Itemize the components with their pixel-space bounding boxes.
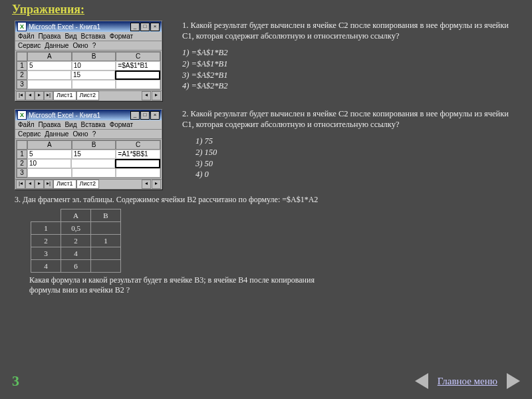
main-menu-link[interactable]: Главное меню (438, 376, 497, 387)
menu-insert[interactable]: Вставка (80, 33, 105, 40)
cell[interactable]: 5 (27, 150, 72, 159)
sheet-tab[interactable]: Лист1 (53, 91, 76, 100)
titlebar: X Microsoft Excel - Книга1 _ □ × (15, 110, 162, 120)
menu-tools[interactable]: Сервис (18, 42, 41, 49)
scroll-right-icon[interactable]: ▸ (152, 91, 161, 100)
menu-format[interactable]: Формат (110, 121, 134, 128)
menu-window[interactable]: Окно (72, 42, 88, 49)
cell-selected[interactable] (115, 159, 160, 168)
answer-option: 3) =$A$2*B1 (182, 70, 509, 81)
row-header[interactable]: 2 (17, 159, 27, 168)
cell[interactable] (27, 70, 71, 80)
menu-help[interactable]: ? (92, 42, 96, 49)
cell[interactable]: 15 (71, 70, 115, 80)
window-title: Microsoft Excel - Книга1 (29, 23, 100, 31)
row-header[interactable]: 2 (17, 70, 27, 80)
scroll-right-icon[interactable]: ▸ (152, 180, 161, 189)
tab-nav-first-icon[interactable]: |◂ (16, 91, 25, 100)
menu-file[interactable]: Файл (18, 33, 35, 40)
col-header[interactable]: B (72, 52, 116, 61)
close-button[interactable]: × (150, 23, 160, 31)
cell[interactable] (27, 80, 72, 89)
maximize-button[interactable]: □ (140, 23, 150, 31)
cell[interactable] (72, 80, 116, 89)
close-button[interactable]: × (150, 111, 160, 120)
col-header[interactable]: C (116, 140, 160, 150)
menu-window[interactable]: Окно (72, 130, 88, 138)
menu-data[interactable]: Данные (45, 42, 68, 49)
cell[interactable] (116, 168, 160, 178)
menu-tools[interactable]: Сервис (18, 130, 41, 138)
tab-nav-first-icon[interactable]: |◂ (16, 180, 25, 189)
col-header[interactable]: C (116, 52, 160, 61)
menu-view[interactable]: Вид (65, 121, 76, 128)
cell[interactable]: 5 (27, 61, 72, 70)
cell[interactable] (71, 159, 115, 168)
cell[interactable]: 10 (72, 61, 116, 70)
tab-nav-prev-icon[interactable]: ◂ (25, 180, 35, 189)
tab-nav-prev-icon[interactable]: ◂ (25, 91, 35, 100)
col-header[interactable]: A (27, 52, 72, 61)
sheet-tabs: |◂ ◂ ▸ ▸| Лист1 Лист2 ◂ ▸ (15, 90, 162, 100)
answer-option: 1) =$A$1*B2 (182, 48, 509, 59)
col-header[interactable]: B (72, 140, 116, 150)
row-header[interactable]: 3 (17, 168, 27, 178)
sheet-tab[interactable]: Лист1 (53, 180, 76, 189)
minimize-button[interactable]: _ (130, 111, 140, 120)
table-cell: 0,5 (61, 222, 91, 235)
menubar: Файл Правка Вид Вставка Формат (15, 120, 162, 130)
maximize-button[interactable]: □ (140, 111, 150, 120)
question-text: 1. Какой результат будет вычислен в ячей… (182, 21, 509, 41)
tab-nav-next-icon[interactable]: ▸ (35, 180, 44, 189)
col-header[interactable]: A (27, 140, 72, 150)
question-followup: Какая формула и какой результат будет в … (15, 275, 322, 295)
cell[interactable] (27, 168, 72, 178)
table-cell: 1 (31, 222, 61, 235)
menu-file[interactable]: Файл (18, 121, 35, 128)
table-cell: 3 (31, 247, 61, 260)
row-header[interactable]: 1 (17, 61, 27, 70)
minimize-button[interactable]: _ (130, 23, 140, 31)
menu-help[interactable]: ? (92, 130, 96, 138)
prev-arrow-icon[interactable] (415, 373, 428, 389)
sheet-tab[interactable]: Лист2 (76, 180, 100, 189)
sheet: A B C 1 5 10 =$A$1*B1 2 15 3 (16, 51, 161, 90)
menubar-2: Сервис Данные Окно ? (15, 41, 162, 51)
answer-option: 4) 0 (196, 170, 509, 180)
excel-window-1: X Microsoft Excel - Книга1 _ □ × Файл Пр… (15, 21, 162, 101)
row-header[interactable]: 3 (17, 80, 27, 89)
answer-option: 2) =$A$1*B1 (182, 59, 509, 70)
cell[interactable] (116, 80, 160, 89)
tab-nav-next-icon[interactable]: ▸ (35, 91, 44, 100)
tab-nav-last-icon[interactable]: ▸| (44, 91, 53, 100)
question-text: 3. Дан фрагмент эл. таблицы. Содержимое … (15, 195, 517, 205)
menu-format[interactable]: Формат (110, 33, 134, 40)
page-title: Упражнения: (0, 0, 532, 19)
sheet-tab[interactable]: Лист2 (76, 91, 100, 100)
menu-insert[interactable]: Вставка (80, 121, 105, 128)
next-arrow-icon[interactable] (507, 373, 520, 389)
menu-edit[interactable]: Правка (39, 33, 61, 40)
menubar-2: Сервис Данные Окно ? (15, 130, 162, 139)
cell[interactable]: =A1*$B$1 (116, 150, 160, 159)
table-cell (31, 209, 61, 222)
cell[interactable] (72, 168, 116, 178)
scroll-left-icon[interactable]: ◂ (142, 180, 151, 189)
cell[interactable]: =$A$1*B1 (116, 61, 160, 70)
scroll-left-icon[interactable]: ◂ (142, 91, 151, 100)
cell[interactable]: 15 (72, 150, 116, 159)
answer-option: 1) 75 (196, 136, 509, 147)
table-cell (91, 222, 121, 235)
menu-edit[interactable]: Правка (39, 121, 61, 128)
cell[interactable]: 10 (27, 159, 71, 168)
table-cell: 1 (91, 235, 121, 247)
answer-option: 2) 150 (196, 148, 509, 158)
menu-data[interactable]: Данные (45, 130, 68, 138)
tab-nav-last-icon[interactable]: ▸| (44, 180, 53, 189)
question-1-text: 1. Какой результат будет вычислен в ячей… (162, 21, 523, 92)
table-cell (91, 247, 121, 260)
cell-selected[interactable] (115, 70, 160, 80)
question-2-block: X Microsoft Excel - Книга1 _ □ × Файл Пр… (0, 108, 532, 191)
row-header[interactable]: 1 (17, 150, 27, 159)
menu-view[interactable]: Вид (65, 33, 76, 40)
